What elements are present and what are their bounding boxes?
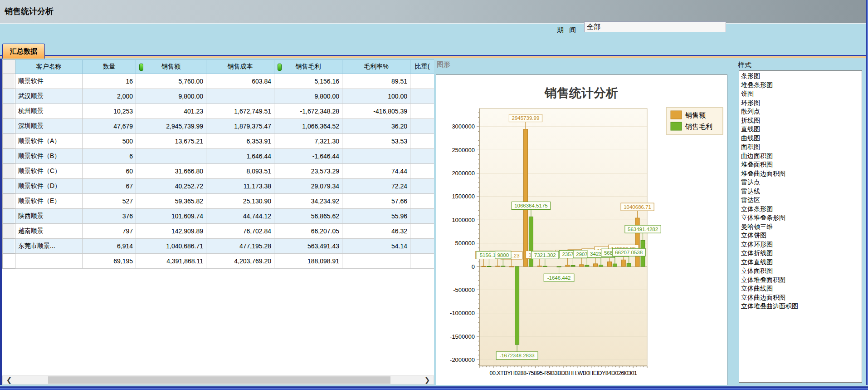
style-option-10[interactable]: 堆叠面积图 <box>741 160 862 169</box>
style-option-17[interactable]: 曼哈顿三维 <box>741 222 862 232</box>
style-option-14[interactable]: 雷达区 <box>741 196 862 205</box>
table-row[interactable]: 顺景软件（B）61,646.44-1,646.44 <box>3 149 434 164</box>
summary-table-panel: 客户名称数量销售额销售成本销售毛利毛利率%比重( 顺景软件165,760.006… <box>2 59 434 375</box>
cell-cost: 8,093.51 <box>206 164 274 179</box>
style-option-23[interactable]: 立体堆叠面积图 <box>741 276 862 285</box>
column-header-3[interactable]: 销售成本 <box>206 60 274 74</box>
cell-name: 顺景软件（C） <box>15 164 83 179</box>
row-header[interactable] <box>3 254 15 269</box>
column-header-0[interactable]: 客户名称 <box>15 60 83 74</box>
cell-qty: 500 <box>83 134 136 149</box>
cell-sales: 9,800.00 <box>136 89 206 104</box>
style-option-11[interactable]: 堆叠曲边面积图 <box>741 169 862 178</box>
style-option-22[interactable]: 立体面积图 <box>741 267 862 276</box>
cell-name: 武汉顺景 <box>15 89 83 104</box>
svg-text:-2000000: -2000000 <box>450 356 475 363</box>
style-option-1[interactable]: 堆叠条形图 <box>741 81 862 90</box>
style-option-0[interactable]: 条形图 <box>741 72 862 81</box>
style-option-15[interactable]: 立体条形图 <box>741 205 862 214</box>
svg-text:-1500000: -1500000 <box>450 333 475 340</box>
tab-summary-data[interactable]: 汇总数据 <box>2 44 45 59</box>
cell-qty: 797 <box>83 224 136 239</box>
row-header[interactable] <box>3 194 15 209</box>
cell-ratio <box>410 179 434 194</box>
row-header[interactable] <box>3 149 15 164</box>
bar-销售毛利-6 <box>571 266 575 267</box>
cell-cost: 603.84 <box>206 74 274 89</box>
row-header[interactable] <box>3 89 15 104</box>
green-indicator-icon <box>139 64 143 71</box>
bar-销售额-3 <box>523 129 527 267</box>
column-header-4[interactable]: 销售毛利 <box>274 60 342 74</box>
column-header-5[interactable]: 毛利率% <box>342 60 410 74</box>
cell-margin: -416,805.39 <box>342 104 410 119</box>
cell-ratio <box>410 164 434 179</box>
style-option-16[interactable]: 立体堆叠条形图 <box>741 213 862 222</box>
table-row[interactable]: 越南顺景797142,909.8976,702.8466,207.0546.32 <box>3 224 434 239</box>
style-option-2[interactable]: 饼图 <box>741 89 862 99</box>
style-option-20[interactable]: 立体折线图 <box>741 249 862 258</box>
style-option-9[interactable]: 曲边面积图 <box>741 152 862 161</box>
table-row[interactable]: 顺景软件（C）6031,666.808,093.5123,573.2974.44 <box>3 164 434 179</box>
row-header[interactable] <box>3 209 15 224</box>
row-header[interactable] <box>3 179 15 194</box>
row-header[interactable] <box>3 239 15 254</box>
cell-sales: 4,391,868.11 <box>136 254 206 269</box>
column-header-6[interactable]: 比重( <box>410 60 434 74</box>
cell-profit: 9,800.00 <box>274 89 342 104</box>
cell-profit: 34,234.92 <box>274 194 342 209</box>
row-header[interactable] <box>3 134 15 149</box>
cell-cost: 76,702.84 <box>206 224 274 239</box>
style-option-18[interactable]: 立体饼图 <box>741 231 862 240</box>
column-header-1[interactable]: 数量 <box>83 60 136 74</box>
style-option-8[interactable]: 面积图 <box>741 143 862 152</box>
style-option-21[interactable]: 立体直线图 <box>741 258 862 267</box>
cell-qty: 376 <box>83 209 136 224</box>
style-option-7[interactable]: 曲线图 <box>741 134 862 143</box>
cell-margin: 72.24 <box>342 179 410 194</box>
style-option-19[interactable]: 立体环形图 <box>741 240 862 249</box>
table-row[interactable]: 深圳顺景47,6792,945,739.991,879,375.471,066,… <box>3 119 434 134</box>
cell-profit: -1,646.44 <box>274 149 342 164</box>
scrollbar-thumb[interactable] <box>48 376 390 384</box>
style-option-6[interactable]: 直线图 <box>741 125 862 134</box>
style-option-25[interactable]: 立体曲边面积图 <box>741 293 862 302</box>
table-row[interactable]: 顺景软件165,760.00603.845,156.1689.51 <box>3 74 434 89</box>
period-label: 期 间 <box>557 26 578 35</box>
horizontal-scrollbar[interactable]: ❮ ❯ <box>2 375 434 385</box>
style-option-5[interactable]: 折线图 <box>741 116 862 125</box>
table-row[interactable]: 顺景软件（D）6740,252.7211,173.3829,079.3472.2… <box>3 179 434 194</box>
table-row[interactable]: 顺景软件（A）50013,675.216,353.917,321.3053.53 <box>3 134 434 149</box>
scroll-left-button[interactable]: ❮ <box>4 376 15 384</box>
cell-profit: 56,865.62 <box>274 209 342 224</box>
style-option-3[interactable]: 环形图 <box>741 99 862 108</box>
svg-text:3000000: 3000000 <box>452 123 475 130</box>
svg-text:500000: 500000 <box>455 240 475 247</box>
row-header[interactable] <box>3 119 15 134</box>
style-option-12[interactable]: 雷达点 <box>741 178 862 187</box>
table-row[interactable]: 顺景软件（E）52759,365.8225,130.9034,234.9257.… <box>3 194 434 209</box>
row-header[interactable] <box>3 104 15 119</box>
cell-qty: 47,679 <box>83 119 136 134</box>
row-header[interactable] <box>3 74 15 89</box>
style-option-24[interactable]: 立体曲线图 <box>741 284 862 293</box>
cell-sales: 101,609.74 <box>136 209 206 224</box>
scroll-right-button[interactable]: ❯ <box>422 376 433 384</box>
period-input[interactable] <box>584 21 726 32</box>
svg-text:00.XTBYH0288-75895-R9B3BDBHH.W: 00.XTBYH0288-75895-R9B3BDBHH.WB0HEIDY84D… <box>490 370 637 376</box>
table-total-row[interactable]: 69,1954,391,868.114,203,769.20188,098.91 <box>3 254 434 269</box>
green-indicator-icon <box>278 64 282 71</box>
table-row[interactable]: 陕西顺景376101,609.7444,744.1256,865.6255.96 <box>3 209 434 224</box>
table-row[interactable]: 杭州顺景10,253401.231,672,749.51-1,672,348.2… <box>3 104 434 119</box>
style-option-4[interactable]: 散列点 <box>741 107 862 116</box>
style-option-26[interactable]: 立体堆叠曲边面积图 <box>741 302 862 311</box>
column-header-2[interactable]: 销售额 <box>136 60 206 74</box>
table-row[interactable]: 东莞市顺景...6,9141,040,686.71477,195.28563,4… <box>3 239 434 254</box>
row-header[interactable] <box>3 224 15 239</box>
table-row[interactable]: 武汉顺景2,0009,800.009,800.00100.00 <box>3 89 434 104</box>
chart-style-listbox[interactable]: 条形图堆叠条形图饼图环形图散列点折线图直线图曲线图面积图曲边面积图堆叠面积图堆叠… <box>739 70 862 383</box>
cell-qty: 67 <box>83 179 136 194</box>
style-option-13[interactable]: 雷达线 <box>741 187 862 196</box>
row-header[interactable] <box>3 164 15 179</box>
cell-cost: 1,646.44 <box>206 149 274 164</box>
